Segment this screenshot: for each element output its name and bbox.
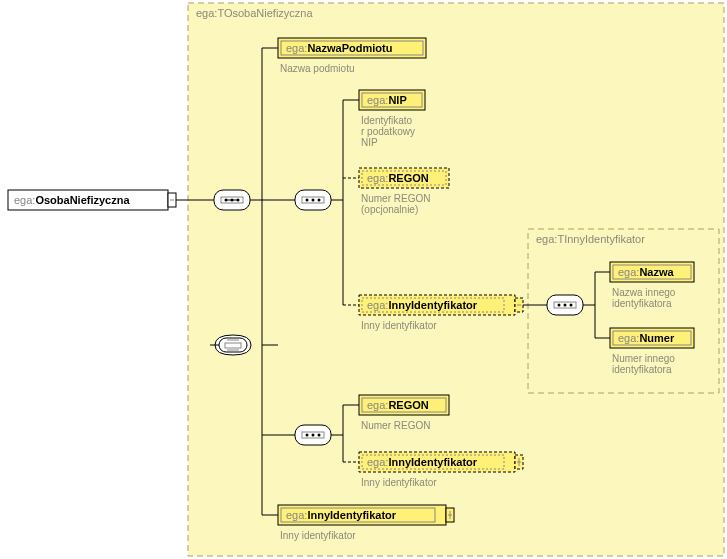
- element-regon-optional[interactable]: ega:REGON: [359, 168, 449, 188]
- svg-text:NIP: NIP: [361, 137, 378, 148]
- element-inny-identyfikator-a[interactable]: ega:InnyIdentyfikator: [359, 295, 523, 315]
- svg-point-30: [318, 199, 321, 202]
- compositor-choice-mid: [215, 335, 251, 355]
- svg-point-56: [558, 304, 561, 307]
- element-regon[interactable]: ega:REGON: [359, 395, 449, 415]
- svg-text:(opcjonalnie): (opcjonalnie): [361, 204, 418, 215]
- group-title-inner: ega:TInnyIdentyfikator: [536, 233, 645, 245]
- svg-text:Numer innego: Numer innego: [612, 353, 675, 364]
- svg-point-28: [306, 199, 309, 202]
- element-nip[interactable]: ega:NIP: [359, 90, 425, 110]
- svg-text:ega:Numer: ega:Numer: [618, 332, 675, 344]
- svg-text:ega:NazwaPodmiotu: ega:NazwaPodmiotu: [286, 42, 392, 54]
- svg-text:Inny identyfikator: Inny identyfikator: [361, 320, 437, 331]
- element-inny-identyfikator-b[interactable]: ega:InnyIdentyfikator: [359, 452, 523, 472]
- svg-point-75: [306, 434, 309, 437]
- svg-text:ega:NIP: ega:NIP: [367, 94, 407, 106]
- svg-point-10: [237, 199, 240, 202]
- svg-text:ega:REGON: ega:REGON: [367, 399, 429, 411]
- svg-text:Nazwa innego: Nazwa innego: [612, 287, 676, 298]
- element-nazwa-podmiotu[interactable]: ega:NazwaPodmiotu: [278, 38, 426, 58]
- svg-point-29: [312, 199, 315, 202]
- svg-point-58: [570, 304, 573, 307]
- element-numer[interactable]: ega:Numer: [610, 328, 694, 348]
- svg-text:Identyfikato: Identyfikato: [361, 115, 413, 126]
- compositor-sequence-inner: [547, 295, 583, 315]
- svg-point-77: [318, 434, 321, 437]
- svg-text:Inny identyfikator: Inny identyfikator: [361, 477, 437, 488]
- element-nazwa[interactable]: ega:Nazwa: [610, 262, 694, 282]
- svg-point-8: [225, 199, 228, 202]
- svg-text:Inny identyfikator: Inny identyfikator: [280, 530, 356, 541]
- desc-nazwa-podmiotu: Nazwa podmiotu: [280, 63, 354, 74]
- svg-point-57: [564, 304, 567, 307]
- svg-text:ega:Nazwa: ega:Nazwa: [618, 266, 675, 278]
- schema-diagram: ega:TOsobaNiefizyczna ega:TInnyIdentyfik…: [0, 0, 727, 559]
- group-title-outer: ega:TOsobaNiefizyczna: [196, 7, 313, 19]
- compositor-sequence-root: [214, 190, 250, 210]
- svg-point-76: [312, 434, 315, 437]
- svg-point-9: [231, 199, 234, 202]
- svg-text:ega:REGON: ega:REGON: [367, 172, 429, 184]
- compositor-sequence-a: [295, 190, 331, 210]
- svg-text:Numer REGON: Numer REGON: [361, 193, 430, 204]
- svg-text:r podatkowy: r podatkowy: [361, 126, 415, 137]
- compositor-sequence-b: [295, 425, 331, 445]
- svg-text:identyfikatora: identyfikatora: [612, 364, 672, 375]
- element-inny-identyfikator-c[interactable]: ega:InnyIdentyfikator: [278, 505, 454, 525]
- svg-text:ega:InnyIdentyfikator: ega:InnyIdentyfikator: [367, 299, 478, 311]
- element-osoba-niefizyczna[interactable]: ega:OsobaNiefizyczna: [8, 190, 176, 210]
- svg-text:Numer REGON: Numer REGON: [361, 420, 430, 431]
- svg-text:ega:InnyIdentyfikator: ega:InnyIdentyfikator: [286, 509, 397, 521]
- svg-text:identyfikatora: identyfikatora: [612, 298, 672, 309]
- svg-text:ega:InnyIdentyfikator: ega:InnyIdentyfikator: [367, 456, 478, 468]
- svg-text:ega:OsobaNiefizyczna: ega:OsobaNiefizyczna: [14, 194, 130, 206]
